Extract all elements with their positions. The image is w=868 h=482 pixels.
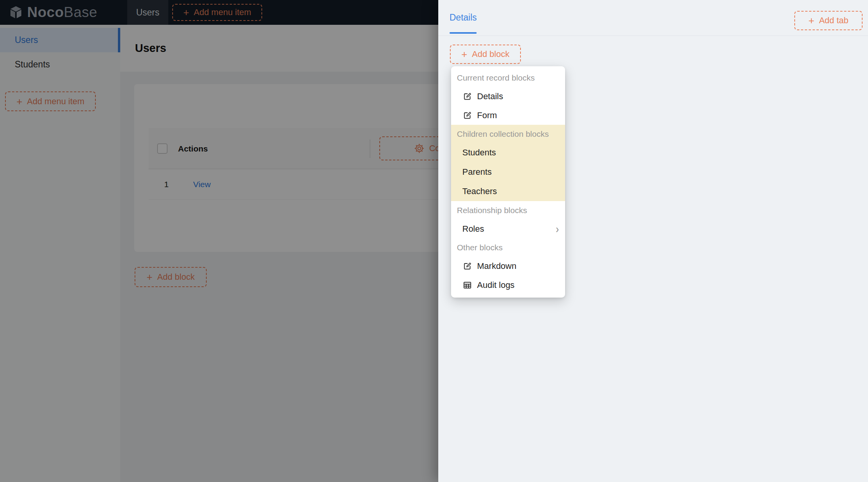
table-icon [462,280,472,290]
dropdown-item-label: Audit logs [477,280,515,290]
drawer-add-block-label: Add block [472,49,510,59]
dropdown-group-other-blocks: Other blocks [451,238,565,256]
dropdown-item-label: Parents [462,167,492,177]
drawer-add-block-button[interactable]: + Add block [450,45,521,64]
dropdown-group-children-collection-section: Children collection blocks Students Pare… [451,125,565,201]
active-tab-underline [450,32,477,34]
dropdown-group-children-collection-blocks: Children collection blocks [451,125,565,143]
chevron-right-icon: › [556,223,559,235]
add-block-dropdown-menu: Current record blocks Details Form Child… [451,66,565,298]
dropdown-item-form[interactable]: Form [451,106,565,125]
plus-icon: + [808,15,814,26]
form-icon [462,261,472,271]
dropdown-item-details[interactable]: Details [451,87,565,106]
dropdown-item-label: Form [477,110,497,120]
drawer-tab-bar: Details + Add tab [438,0,868,36]
dropdown-item-students[interactable]: Students [451,143,565,162]
drawer-tab-details[interactable]: Details [450,0,477,35]
add-tab-button[interactable]: + Add tab [794,11,863,30]
app-screen: NocoBase Users + Add menu item Users Stu… [0,0,868,482]
dropdown-item-parents[interactable]: Parents [451,162,565,182]
dropdown-item-audit-logs[interactable]: Audit logs [451,275,565,294]
dropdown-item-markdown[interactable]: Markdown [451,256,565,275]
plus-icon: + [462,49,467,59]
dropdown-item-label: Details [477,91,503,102]
dropdown-item-roles[interactable]: Roles › [451,219,565,238]
dropdown-item-label: Roles [462,224,484,234]
dropdown-item-label: Markdown [477,261,516,271]
dropdown-group-relationship-blocks: Relationship blocks [451,201,565,219]
dropdown-group-current-record-blocks: Current record blocks [451,69,565,87]
dropdown-item-label: Teachers [462,186,497,196]
add-tab-label: Add tab [819,15,849,26]
form-icon [462,91,472,102]
drawer-mask[interactable] [0,0,438,482]
form-icon [462,110,472,120]
dropdown-item-teachers[interactable]: Teachers [451,182,565,201]
dropdown-item-label: Students [462,148,496,158]
